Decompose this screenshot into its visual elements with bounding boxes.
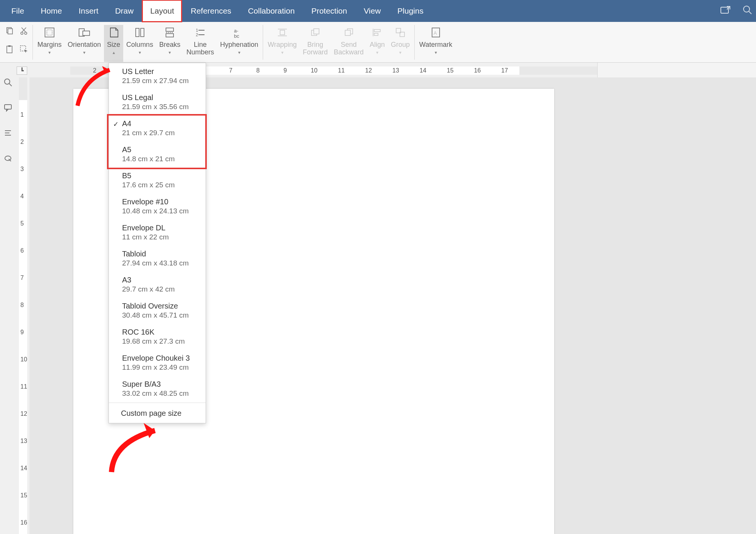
size-icon <box>108 26 119 39</box>
cut-icon[interactable] <box>17 26 31 38</box>
wrapping-icon <box>276 26 288 39</box>
size-option-envelope-choukei-3[interactable]: Envelope Choukei 311.99 cm x 23.49 cm <box>109 350 206 376</box>
line-numbers-button[interactable]: 12 Line Numbers <box>183 25 217 62</box>
comments-icon[interactable] <box>3 103 12 115</box>
svg-rect-6 <box>8 45 11 47</box>
svg-point-41 <box>5 79 10 84</box>
size-option-dimensions: 30.48 cm x 45.71 cm <box>122 311 199 319</box>
group-label: Group <box>391 41 410 48</box>
hyphenation-label: Hyphenation <box>220 41 258 48</box>
bring-forward-button: Bring Forward <box>300 25 331 62</box>
size-dropdown: US Letter21.59 cm x 27.94 cmUS Legal21.5… <box>108 63 206 423</box>
align-icon <box>372 26 383 39</box>
size-button[interactable]: Size ▴ <box>104 25 123 62</box>
chevron-up-icon: ▴ <box>113 50 115 55</box>
chevron-down-icon: ▾ <box>238 50 240 55</box>
line-numbers-icon: 12 <box>195 26 206 39</box>
size-option-us-legal[interactable]: US Legal21.59 cm x 35.56 cm <box>109 89 206 115</box>
size-option-us-letter[interactable]: US Letter21.59 cm x 27.94 cm <box>109 63 206 89</box>
wrapping-label: Wrapping <box>268 41 297 48</box>
breaks-button[interactable]: Breaks ▾ <box>156 25 183 62</box>
orientation-button[interactable]: Orientation ▾ <box>65 25 104 62</box>
size-option-tabloid-oversize[interactable]: Tabloid Oversize30.48 cm x 45.71 cm <box>109 298 206 324</box>
svg-rect-16 <box>136 28 139 37</box>
menu-protection[interactable]: Protection <box>303 0 356 22</box>
size-label: Size <box>107 41 120 48</box>
custom-page-size[interactable]: Custom page size <box>109 404 206 423</box>
select-icon[interactable] <box>17 45 31 56</box>
size-option-a4[interactable]: ✓A421 cm x 29.7 cm <box>109 115 206 141</box>
watermark-icon: A <box>430 26 442 39</box>
ruler-number: 3 <box>20 166 24 173</box>
svg-rect-43 <box>5 105 11 109</box>
menu-plugins[interactable]: Plugins <box>389 0 432 22</box>
margins-label: Margins <box>37 41 62 48</box>
ribbon: Margins ▾ Orientation ▾ Size ▴ Columns ▾… <box>0 22 756 63</box>
menu-file[interactable]: File <box>3 0 33 22</box>
chevron-down-icon: ▾ <box>399 50 401 55</box>
menu-layout[interactable]: Layout <box>142 0 182 22</box>
size-option-dimensions: 19.68 cm x 27.3 cm <box>122 337 199 346</box>
menu-home[interactable]: Home <box>33 0 70 22</box>
ruler-number: 9 <box>284 67 287 74</box>
svg-rect-0 <box>721 7 728 13</box>
chevron-down-icon: ▾ <box>139 50 141 55</box>
size-option-envelope-dl[interactable]: Envelope DL11 cm x 22 cm <box>109 219 206 245</box>
wrapping-button: Wrapping ▾ <box>265 25 300 62</box>
align-label: Align <box>370 41 385 48</box>
size-option-tabloid[interactable]: Tabloid27.94 cm x 43.18 cm <box>109 245 206 272</box>
ruler-number: 11 <box>20 383 27 390</box>
size-option-b5[interactable]: B517.6 cm x 25 cm <box>109 167 206 193</box>
margins-icon <box>43 26 56 39</box>
ruler-number: 15 <box>447 67 454 74</box>
size-option-name: Super B/A3 <box>122 380 199 389</box>
ruler-number: 5 <box>20 220 24 227</box>
size-option-roc-16k[interactable]: ROC 16K19.68 cm x 27.3 cm <box>109 324 206 350</box>
margins-button[interactable]: Margins ▾ <box>34 25 65 62</box>
size-option-a3[interactable]: A329.7 cm x 42 cm <box>109 272 206 298</box>
feedback-icon[interactable] <box>3 154 12 165</box>
left-icon-strip <box>0 63 16 165</box>
paste-icon[interactable] <box>2 45 17 56</box>
menu-draw[interactable]: Draw <box>107 0 142 22</box>
tab-stop-selector[interactable]: ┗ <box>17 66 27 75</box>
size-option-name: Envelope DL <box>122 224 199 232</box>
ruler-number: 2 <box>20 139 24 145</box>
search-icon[interactable] <box>742 5 752 17</box>
orientation-icon <box>78 26 91 39</box>
watermark-button[interactable]: A Watermark ▾ <box>416 25 455 62</box>
ruler-number: 12 <box>20 411 27 417</box>
hyphenation-icon: a-bc <box>232 26 246 39</box>
bring-forward-icon <box>309 26 321 39</box>
menu-view[interactable]: View <box>355 0 389 22</box>
headings-icon[interactable] <box>3 128 12 140</box>
open-file-icon[interactable] <box>720 5 731 17</box>
menu-collaboration[interactable]: Collaboration <box>240 0 303 22</box>
ruler-number: 16 <box>474 67 481 74</box>
menu-insert[interactable]: Insert <box>70 0 107 22</box>
menu-references[interactable]: References <box>182 0 239 22</box>
size-option-a5[interactable]: A514.8 cm x 21 cm <box>109 141 206 167</box>
size-option-super-b-a3[interactable]: Super B/A333.02 cm x 48.25 cm <box>109 376 206 402</box>
size-option-dimensions: 11 cm x 22 cm <box>122 233 199 241</box>
size-option-dimensions: 21.59 cm x 27.94 cm <box>122 77 199 85</box>
watermark-label: Watermark <box>419 41 452 48</box>
columns-button[interactable]: Columns ▾ <box>123 25 156 62</box>
ruler-number: 10 <box>20 356 27 363</box>
vertical-ruler[interactable]: 12345678910111213141516 <box>19 77 27 534</box>
svg-rect-13 <box>47 30 52 35</box>
chevron-down-icon: ▾ <box>48 50 51 55</box>
size-option-envelope-10[interactable]: Envelope #1010.48 cm x 24.13 cm <box>109 193 206 219</box>
orientation-label: Orientation <box>68 41 101 48</box>
size-option-dimensions: 21.59 cm x 35.56 cm <box>122 103 199 111</box>
send-backward-icon <box>343 26 355 39</box>
ruler-number: 11 <box>338 67 345 74</box>
ruler-number: 8 <box>256 67 260 74</box>
find-icon[interactable] <box>3 78 12 90</box>
ruler-number: 13 <box>20 438 27 444</box>
copy-icon[interactable] <box>2 26 17 38</box>
hyphenation-button[interactable]: a-bc Hyphenation ▾ <box>217 25 261 62</box>
ruler-number: 1 <box>20 111 24 118</box>
chevron-down-icon: ▾ <box>83 50 85 55</box>
size-option-dimensions: 21 cm x 29.7 cm <box>122 129 199 137</box>
